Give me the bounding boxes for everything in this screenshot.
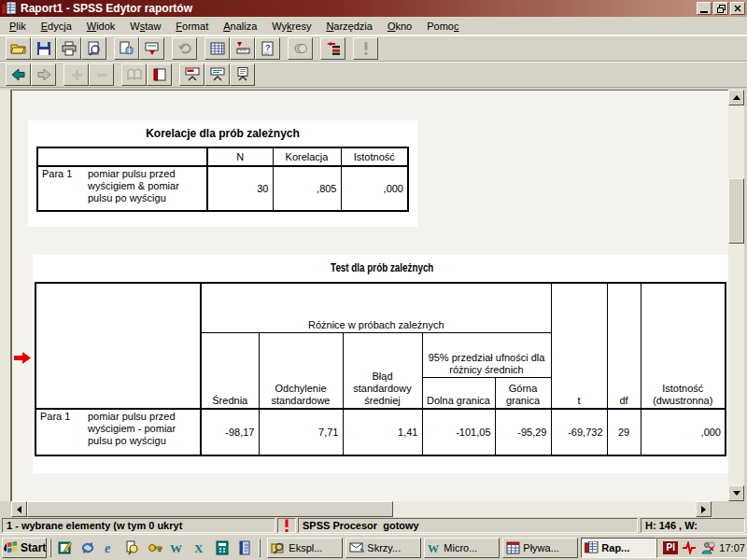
user-search-icon[interactable] (700, 541, 715, 554)
status-selection: 1 - wybrane elementy (w tym 0 ukryt (2, 518, 275, 533)
vertical-scrollbar[interactable] (728, 90, 744, 501)
notes-pad-icon[interactable] (56, 539, 75, 557)
menu-wstaw[interactable]: Wstaw (122, 18, 168, 35)
calculator-icon[interactable] (213, 539, 232, 557)
viewer-workspace: Korelacje dla prób zależnych N Korelacja… (0, 88, 747, 517)
tray-clock[interactable]: 17:07 (719, 542, 745, 553)
address-book-icon[interactable] (235, 539, 254, 557)
promote-button[interactable] (6, 63, 31, 86)
horizontal-scroll-thumb[interactable] (27, 501, 393, 517)
menu-pomoc[interactable]: Pomoc (419, 18, 466, 35)
hide-button[interactable] (147, 63, 172, 86)
key-icon[interactable] (146, 539, 164, 557)
scroll-left-button[interactable] (11, 501, 27, 517)
t2-row-pair: Para 1 (35, 409, 84, 455)
spss-viewer-icon[interactable] (2, 2, 17, 15)
menu-format[interactable]: Format (168, 18, 216, 35)
spss-viewer-icon (585, 541, 599, 553)
print-button[interactable] (56, 37, 81, 60)
title-bar[interactable]: Raport1 - SPSS Edytor raportów (0, 0, 747, 17)
outline-pane[interactable] (0, 90, 11, 501)
menu-narzedzia[interactable]: Narzędzia (318, 18, 380, 35)
refresh-icon[interactable] (78, 539, 97, 557)
pulse-icon[interactable] (682, 541, 697, 554)
print-preview-button[interactable] (81, 37, 106, 60)
svg-text:W: W (428, 542, 439, 554)
menu-bar: Plik Edycja Widok Wstaw Format Analiza W… (0, 17, 747, 35)
task-button-spss-data[interactable]: Pływa... (502, 538, 578, 558)
t1-header-n: N (207, 147, 273, 166)
print-preview-icon (87, 41, 102, 56)
close-button[interactable] (730, 2, 745, 15)
insert-title-icon (210, 67, 225, 82)
table2-title: Test dla prób zależnych (33, 261, 728, 274)
menu-okno[interactable]: Okno (380, 18, 419, 35)
t1-row-pair: Para 1 (37, 166, 84, 211)
t2-row-df: 29 (607, 409, 641, 455)
t2-row-istotnosc: ,000 (641, 409, 726, 455)
expand-button[interactable] (63, 63, 89, 86)
select-last-output-button[interactable] (320, 37, 345, 60)
show-button[interactable] (121, 63, 147, 86)
scroll-up-button[interactable] (728, 90, 744, 105)
table1-title: Korelacje dla prób zależnych (28, 127, 417, 140)
menu-plik[interactable]: Plik (2, 18, 34, 35)
exclamation-icon (283, 519, 290, 532)
goto-case-icon (235, 41, 250, 56)
task-button-word[interactable]: W Micro... (424, 538, 500, 558)
horizontal-scrollbar[interactable] (11, 501, 712, 517)
internet-explorer-icon[interactable]: e (101, 539, 120, 557)
insert-text-icon (235, 67, 250, 82)
word-icon[interactable]: W (168, 539, 187, 557)
t2-header-gorna: Górna granica (495, 377, 551, 409)
windows-logo-icon (3, 541, 18, 554)
t2-header-srednia: Średnia (201, 332, 259, 409)
task-button-spss-report[interactable]: Rap... (581, 538, 656, 558)
minus-icon (95, 68, 108, 81)
recall-dialog-button[interactable] (139, 37, 164, 60)
insert-heading-button[interactable] (179, 63, 204, 86)
menu-analiza[interactable]: Analiza (216, 18, 264, 35)
t2-group-header: Różnice w próbach zależnych (201, 283, 551, 332)
insert-title-button[interactable] (204, 63, 230, 86)
collapse-button[interactable] (89, 63, 114, 86)
open-file-button[interactable] (6, 37, 31, 60)
undo-button[interactable] (172, 37, 197, 60)
vertical-scroll-thumb[interactable] (728, 178, 744, 244)
designate-window-button[interactable] (353, 37, 378, 60)
taskbar-grip[interactable] (259, 539, 261, 557)
t1-row-korelacja: ,805 (273, 166, 341, 211)
status-bar: 1 - wybrane elementy (w tym 0 ukryt SPSS… (0, 517, 747, 534)
output-content-pane[interactable]: Korelacje dla prób zależnych N Korelacja… (11, 90, 728, 501)
scroll-right-button[interactable] (696, 501, 712, 517)
menu-edycja[interactable]: Edycja (34, 18, 79, 35)
export-output-button[interactable] (114, 37, 139, 60)
restore-button[interactable] (713, 2, 728, 15)
demote-arrow-icon (36, 68, 51, 81)
scroll-down-button[interactable] (728, 485, 744, 501)
output-item-correlations[interactable]: Korelacje dla prób zależnych N Korelacja… (28, 120, 417, 227)
mail-icon (349, 542, 364, 553)
scroll-up-icon (733, 95, 740, 100)
task-button-explorer[interactable]: Ekspl... (267, 538, 343, 558)
keyboard-layout-indicator[interactable]: Pl (663, 541, 678, 554)
svg-text:X: X (194, 541, 204, 555)
start-button[interactable]: Start (2, 538, 47, 558)
insert-text-button[interactable] (230, 63, 255, 86)
output-item-paired-test[interactable]: Test dla prób zależnych Różnice w próbac… (33, 255, 728, 473)
export-output-icon (120, 41, 134, 56)
t2-row-blad: 1,41 (343, 409, 422, 455)
menu-widok[interactable]: Widok (79, 18, 123, 35)
search-icon[interactable] (123, 539, 142, 557)
demote-button[interactable] (31, 63, 56, 86)
variables-button[interactable]: ? (255, 37, 280, 60)
taskbar-grip[interactable] (49, 539, 51, 557)
menu-wykresy[interactable]: Wykresy (264, 18, 318, 35)
task-button-mail[interactable]: Skrzy... (345, 538, 421, 558)
goto-data-button[interactable] (204, 37, 230, 60)
excel-icon[interactable]: X (190, 539, 209, 557)
save-button[interactable] (31, 37, 56, 60)
use-sets-button[interactable] (288, 37, 313, 60)
goto-case-button[interactable] (230, 37, 255, 60)
minimize-button[interactable] (697, 2, 712, 15)
